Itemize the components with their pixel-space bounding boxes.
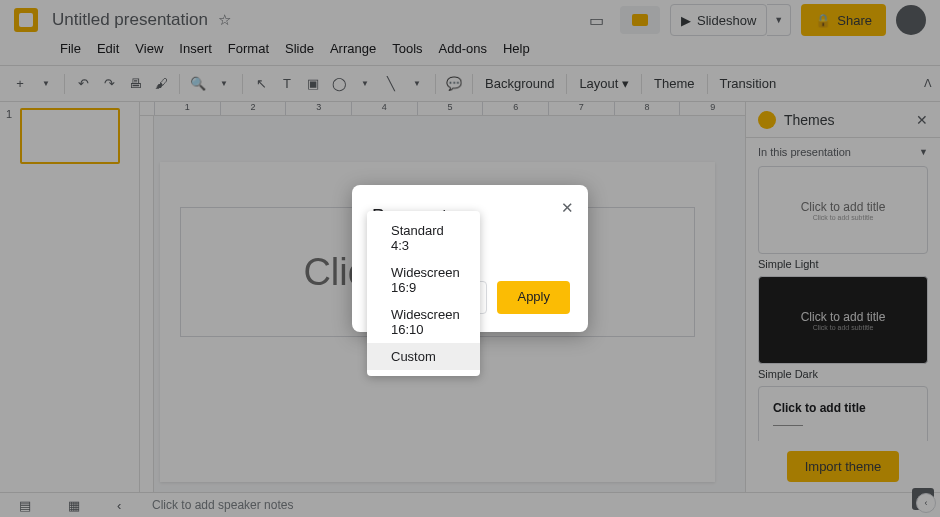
option-widescreen-1610[interactable]: Widescreen 16:10: [367, 301, 480, 343]
page-setup-dropdown: Standard 4:3 Widescreen 16:9 Widescreen …: [367, 211, 480, 376]
option-custom[interactable]: Custom: [367, 343, 480, 370]
option-standard-43[interactable]: Standard 4:3: [367, 217, 480, 259]
apply-button[interactable]: Apply: [497, 281, 570, 314]
close-icon[interactable]: ✕: [561, 199, 574, 217]
option-widescreen-169[interactable]: Widescreen 16:9: [367, 259, 480, 301]
